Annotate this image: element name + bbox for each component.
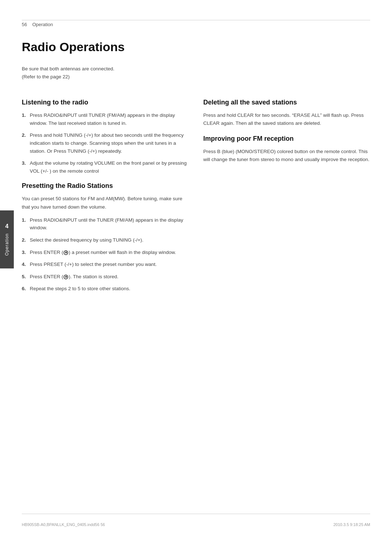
enter-icon (64, 250, 68, 255)
list-item: 4. Press PRESET (-/+) to select the pres… (22, 260, 189, 268)
presetting-intro: You can preset 50 stations for FM and AM… (22, 195, 189, 211)
page-header: 56 Operation (22, 22, 370, 27)
list-item: 5. Press ENTER (). The station is stored… (22, 273, 189, 281)
page-footer: HB905SB-A0,BPANLLK_ENG_0405.indd56 56 20… (22, 522, 370, 527)
listening-title: Listening to the radio (22, 99, 189, 106)
page-number: 56 Operation (22, 22, 53, 27)
sidebar-tab-number: 4 (5, 223, 9, 230)
list-item: 1. Press RADIO&INPUT until TUNER (FM/AM)… (22, 111, 189, 127)
page-border-top (22, 20, 370, 20)
fm-reception-text: Press B (blue) (MONO/STEREO) colored but… (203, 148, 370, 164)
main-content: Radio Operations Be sure that both anten… (22, 33, 370, 509)
presetting-steps: 1. Press RADIO&INPUT until the TUNER (FM… (22, 216, 189, 293)
fm-reception-title: Improving poor FM reception (203, 135, 370, 143)
col-left: Listening to the radio 1. Press RADIO&IN… (22, 91, 189, 297)
intro-text: Be sure that both antennas are connected… (22, 65, 370, 81)
list-item: 1. Press RADIO&INPUT until the TUNER (FM… (22, 216, 189, 232)
list-item: 2. Press and hold TUNING (-/+) for about… (22, 131, 189, 155)
listening-steps: 1. Press RADIO&INPUT until TUNER (FM/AM)… (22, 111, 189, 175)
sidebar-tab-label: Operation (4, 233, 9, 256)
enter-icon-2 (64, 275, 68, 279)
footer-left: HB905SB-A0,BPANLLK_ENG_0405.indd56 56 (22, 522, 105, 527)
list-item: 3. Adjust the volume by rotating VOLUME … (22, 159, 189, 175)
footer-right: 2010.3.5 9:18:25 AM (333, 522, 370, 527)
two-col-layout: Listening to the radio 1. Press RADIO&IN… (22, 91, 370, 297)
deleting-title: Deleting all the saved stations (203, 99, 370, 106)
list-item: 3. Press ENTER () a preset number will f… (22, 248, 189, 256)
page-border-bottom (22, 514, 370, 514)
sidebar-tab: 4 Operation (0, 210, 14, 268)
presetting-title: Presetting the Radio Stations (22, 182, 189, 190)
col-right: Deleting all the saved stations Press an… (203, 91, 370, 297)
list-item: 6. Repeat the steps 2 to 5 to store othe… (22, 285, 189, 293)
list-item: 2. Select the desired frequency by using… (22, 236, 189, 244)
page-title: Radio Operations (22, 40, 370, 54)
deleting-text: Press and hold CLEAR for two seconds. “E… (203, 111, 370, 128)
